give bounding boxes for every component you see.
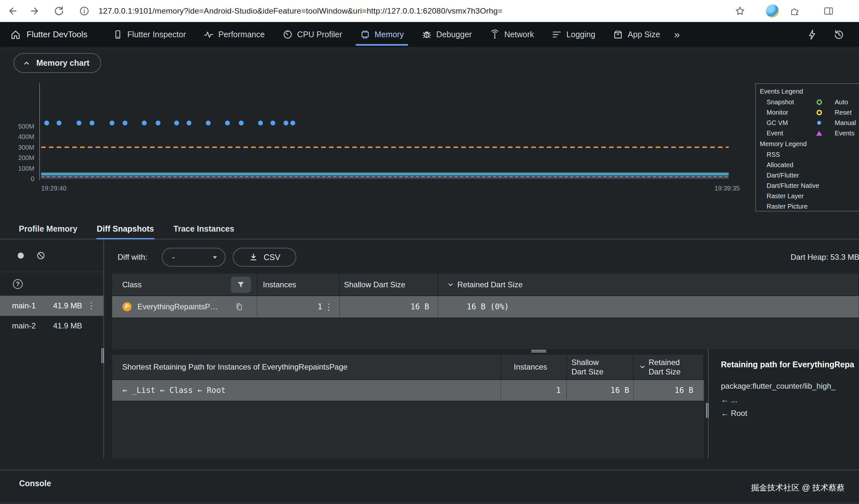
path-retained-value: 16 B [675, 386, 693, 395]
diff-with-label: Diff with: [118, 253, 148, 262]
forward-icon[interactable] [29, 4, 42, 17]
memory-legend-item: Raster Layer [760, 191, 859, 201]
gc-vm-dot-icon [817, 121, 821, 125]
legend-mode-label: Reset [826, 109, 859, 116]
take-snapshot-icon[interactable] [16, 251, 26, 261]
events-legend-title: Events Legend [760, 86, 859, 97]
snapshot-row-main-2[interactable]: main-2 41.9 MB [0, 316, 103, 336]
dropdown-caret-icon [210, 252, 220, 262]
memory-chart-toggle-button[interactable]: Memory chart [14, 53, 101, 73]
help-icon[interactable]: ? [13, 279, 23, 289]
tab-diff-snapshots[interactable]: Diff Snapshots [96, 219, 155, 239]
sort-desc-chevron-icon [638, 363, 647, 371]
panel-resize-handle[interactable] [706, 403, 709, 418]
memory-legend-item: RSS [760, 149, 859, 160]
tab-label: App Size [628, 30, 660, 39]
events-legend-row: GC VMManual [760, 117, 859, 128]
debugger-icon [421, 29, 432, 40]
clear-snapshots-icon[interactable] [36, 251, 46, 261]
tabs-overflow-chevron-icon[interactable]: » [674, 29, 680, 41]
memory-legend-title: Memory Legend [760, 138, 859, 149]
chart-legend-panel: Events Legend SnapshotAutoMonitorResetGC… [755, 83, 859, 211]
home-icon[interactable] [10, 29, 21, 41]
path-table-header: Shortest Retaining Path for Instances of… [112, 355, 704, 380]
legend-mode-label: Manual [826, 119, 859, 127]
copy-icon[interactable] [235, 302, 244, 311]
snapshot-list: main-1 41.9 MB ⋮ main-2 41.9 MB [0, 296, 103, 336]
reload-icon[interactable] [52, 4, 65, 17]
memory-panel-body: ? main-1 41.9 MB ⋮ main-2 41.9 MB Diff w… [0, 239, 859, 459]
column-header-retained-dart-size[interactable]: Retained Dart Size [438, 274, 859, 295]
tab-network[interactable]: Network [481, 22, 543, 47]
bookmark-star-icon[interactable] [734, 4, 747, 17]
extensions-puzzle-icon[interactable] [788, 4, 801, 17]
class-table-header: Class Instances Shallow Dart Size [112, 274, 859, 296]
devtools-tabs: Flutter InspectorPerformanceCPU Profiler… [104, 22, 669, 47]
events-legend-rows: SnapshotAutoMonitorResetGC VMManualEvent… [760, 97, 859, 138]
shallow-size-value: 16 B [410, 302, 429, 311]
snapshot-name: main-1 [12, 301, 36, 310]
diff-with-select[interactable]: - [162, 248, 226, 267]
site-info-icon[interactable] [78, 4, 91, 17]
legend-label: GC VM [767, 119, 812, 127]
horizontal-splitter-handle[interactable] [531, 350, 546, 352]
tab-trace-instances[interactable]: Trace Instances [173, 219, 235, 239]
url-bar[interactable]: 127.0.0.1:9101/memory?ide=Android-Studio… [99, 0, 502, 22]
tab-label: Network [504, 30, 534, 39]
class-filter-button[interactable] [231, 277, 251, 293]
side-panel-icon[interactable] [822, 4, 835, 17]
monitor-ring-icon [816, 110, 822, 115]
tab-debugger[interactable]: Debugger [413, 22, 481, 47]
row-menu-icon[interactable]: ⋮ [325, 302, 333, 311]
column-header-shallow-dart-size[interactable]: Shallow Dart Size [340, 274, 438, 295]
hot-restart-bolt-icon[interactable] [807, 29, 818, 41]
tab-label: Memory [375, 30, 404, 39]
filter-funnel-icon [236, 280, 245, 289]
device-icon [112, 29, 123, 40]
devtools-header: Flutter DevTools Flutter InspectorPerfor… [0, 22, 859, 47]
column-header-path-shallow[interactable]: Shallow Dart Size [567, 355, 634, 379]
profile-avatar[interactable] [766, 4, 779, 17]
column-header-instances[interactable]: Instances [257, 274, 340, 295]
snapshot-row-main-1[interactable]: main-1 41.9 MB ⋮ [0, 296, 103, 316]
column-header-path-title: Shortest Retaining Path for Instances of… [112, 355, 501, 379]
csv-label: CSV [263, 253, 280, 262]
tab-label: Flutter Inspector [127, 30, 186, 39]
column-header-path-instances[interactable]: Instances [501, 355, 567, 379]
chevron-up-icon [22, 59, 31, 68]
class-table-row[interactable]: P EverythingRepaintsP… 1 ⋮ 16 B 16 B (0%… [112, 296, 859, 317]
tab-flutter-inspector[interactable]: Flutter Inspector [104, 22, 195, 47]
retained-size-value: 16 B (0%) [467, 302, 509, 311]
sidebar-resize-handle[interactable] [102, 348, 104, 363]
tab-logging[interactable]: Logging [543, 22, 604, 47]
tab-performance[interactable]: Performance [195, 22, 273, 47]
screen: 127.0.0.1:9101/memory?ide=Android-Studio… [0, 0, 859, 504]
path-table-row[interactable]: ← _List ← Class ← Root 1 16 B 16 B [112, 380, 704, 401]
tab-memory[interactable]: Memory [351, 22, 413, 47]
retaining-path-panel-title: Retaining path for EverythingRepa [721, 360, 854, 369]
snapshot-size: 41.9 MB [53, 301, 82, 310]
watermark-text: 掘金技术社区 @ 技术蔡蔡 [751, 482, 845, 493]
svg-text:300M: 300M [18, 144, 34, 151]
snapshot-name: main-2 [12, 321, 36, 330]
tab-cpu-profiler[interactable]: CPU Profiler [274, 22, 351, 47]
retaining-path-line: package:flutter_counter/lib_high_ [721, 379, 836, 393]
tab-label: CPU Profiler [297, 30, 342, 39]
network-icon [489, 29, 500, 40]
svg-text:400M: 400M [18, 133, 34, 140]
tab-app-size[interactable]: App Size [604, 22, 669, 47]
snapshot-menu-icon[interactable]: ⋮ [87, 302, 96, 310]
back-icon[interactable] [6, 4, 19, 17]
column-header-class[interactable]: Class [112, 274, 257, 295]
history-icon[interactable] [833, 29, 845, 41]
console-panel: Console 掘金技术社区 @ 技术蔡蔡 [0, 470, 859, 503]
column-header-path-retained[interactable]: Retained Dart Size [634, 355, 704, 379]
snapshot-ring-icon [816, 99, 822, 105]
class-kind-badge: P [122, 302, 132, 311]
csv-download-button[interactable]: CSV [233, 248, 296, 267]
retaining-path-line: ← Root [721, 407, 836, 420]
legend-label: Monitor [767, 109, 812, 116]
tab-profile-memory[interactable]: Profile Memory [18, 219, 78, 239]
download-icon [248, 252, 258, 262]
retaining-path-lines: package:flutter_counter/lib_high_ ← ... … [721, 379, 836, 420]
